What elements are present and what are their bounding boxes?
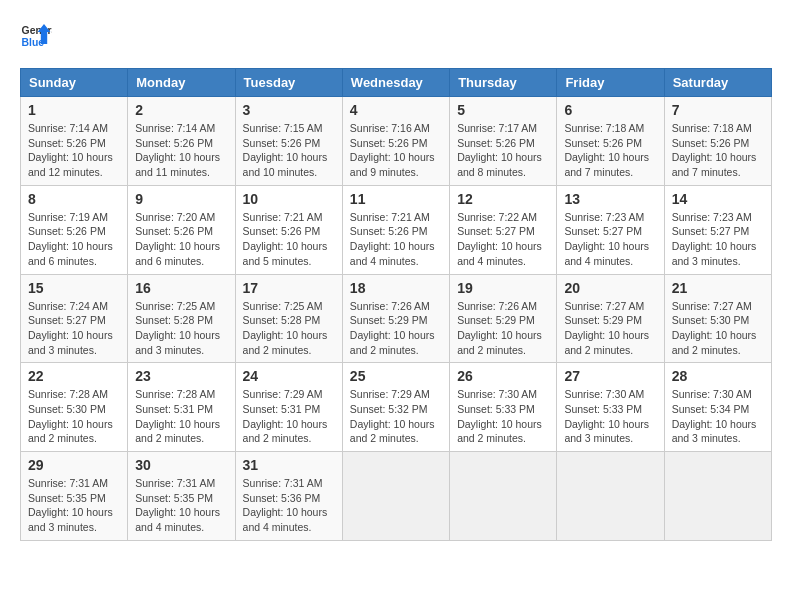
day-info: Sunrise: 7:18 AMSunset: 5:26 PMDaylight:…	[564, 121, 656, 180]
day-info: Sunrise: 7:28 AMSunset: 5:30 PMDaylight:…	[28, 387, 120, 446]
day-number: 4	[350, 102, 442, 118]
day-info: Sunrise: 7:16 AMSunset: 5:26 PMDaylight:…	[350, 121, 442, 180]
calendar-cell: 25Sunrise: 7:29 AMSunset: 5:32 PMDayligh…	[342, 363, 449, 452]
day-number: 10	[243, 191, 335, 207]
calendar-cell: 30Sunrise: 7:31 AMSunset: 5:35 PMDayligh…	[128, 452, 235, 541]
calendar-cell: 21Sunrise: 7:27 AMSunset: 5:30 PMDayligh…	[664, 274, 771, 363]
calendar-cell: 1Sunrise: 7:14 AMSunset: 5:26 PMDaylight…	[21, 97, 128, 186]
header-row: SundayMondayTuesdayWednesdayThursdayFrid…	[21, 69, 772, 97]
day-info: Sunrise: 7:23 AMSunset: 5:27 PMDaylight:…	[564, 210, 656, 269]
calendar-cell: 18Sunrise: 7:26 AMSunset: 5:29 PMDayligh…	[342, 274, 449, 363]
day-number: 9	[135, 191, 227, 207]
calendar-cell: 17Sunrise: 7:25 AMSunset: 5:28 PMDayligh…	[235, 274, 342, 363]
header-day-monday: Monday	[128, 69, 235, 97]
day-number: 23	[135, 368, 227, 384]
calendar-cell: 31Sunrise: 7:31 AMSunset: 5:36 PMDayligh…	[235, 452, 342, 541]
day-number: 1	[28, 102, 120, 118]
calendar-cell: 28Sunrise: 7:30 AMSunset: 5:34 PMDayligh…	[664, 363, 771, 452]
calendar-header: SundayMondayTuesdayWednesdayThursdayFrid…	[21, 69, 772, 97]
calendar-cell: 4Sunrise: 7:16 AMSunset: 5:26 PMDaylight…	[342, 97, 449, 186]
calendar-body: 1Sunrise: 7:14 AMSunset: 5:26 PMDaylight…	[21, 97, 772, 541]
day-info: Sunrise: 7:26 AMSunset: 5:29 PMDaylight:…	[350, 299, 442, 358]
calendar-cell: 11Sunrise: 7:21 AMSunset: 5:26 PMDayligh…	[342, 185, 449, 274]
day-number: 25	[350, 368, 442, 384]
day-number: 16	[135, 280, 227, 296]
calendar-cell: 6Sunrise: 7:18 AMSunset: 5:26 PMDaylight…	[557, 97, 664, 186]
calendar-cell: 23Sunrise: 7:28 AMSunset: 5:31 PMDayligh…	[128, 363, 235, 452]
day-info: Sunrise: 7:24 AMSunset: 5:27 PMDaylight:…	[28, 299, 120, 358]
calendar-cell: 5Sunrise: 7:17 AMSunset: 5:26 PMDaylight…	[450, 97, 557, 186]
day-info: Sunrise: 7:31 AMSunset: 5:35 PMDaylight:…	[135, 476, 227, 535]
calendar-cell: 10Sunrise: 7:21 AMSunset: 5:26 PMDayligh…	[235, 185, 342, 274]
calendar-cell: 2Sunrise: 7:14 AMSunset: 5:26 PMDaylight…	[128, 97, 235, 186]
day-info: Sunrise: 7:25 AMSunset: 5:28 PMDaylight:…	[243, 299, 335, 358]
day-number: 27	[564, 368, 656, 384]
calendar-cell	[664, 452, 771, 541]
day-info: Sunrise: 7:17 AMSunset: 5:26 PMDaylight:…	[457, 121, 549, 180]
day-number: 28	[672, 368, 764, 384]
day-number: 5	[457, 102, 549, 118]
day-info: Sunrise: 7:29 AMSunset: 5:32 PMDaylight:…	[350, 387, 442, 446]
day-number: 22	[28, 368, 120, 384]
calendar-cell: 15Sunrise: 7:24 AMSunset: 5:27 PMDayligh…	[21, 274, 128, 363]
day-info: Sunrise: 7:15 AMSunset: 5:26 PMDaylight:…	[243, 121, 335, 180]
day-number: 6	[564, 102, 656, 118]
calendar-cell: 27Sunrise: 7:30 AMSunset: 5:33 PMDayligh…	[557, 363, 664, 452]
calendar-cell: 9Sunrise: 7:20 AMSunset: 5:26 PMDaylight…	[128, 185, 235, 274]
calendar-cell	[342, 452, 449, 541]
logo: General Blue	[20, 20, 52, 52]
day-info: Sunrise: 7:27 AMSunset: 5:29 PMDaylight:…	[564, 299, 656, 358]
day-number: 21	[672, 280, 764, 296]
day-number: 15	[28, 280, 120, 296]
header-day-thursday: Thursday	[450, 69, 557, 97]
day-info: Sunrise: 7:31 AMSunset: 5:36 PMDaylight:…	[243, 476, 335, 535]
calendar-cell: 20Sunrise: 7:27 AMSunset: 5:29 PMDayligh…	[557, 274, 664, 363]
header-day-tuesday: Tuesday	[235, 69, 342, 97]
day-number: 2	[135, 102, 227, 118]
day-info: Sunrise: 7:20 AMSunset: 5:26 PMDaylight:…	[135, 210, 227, 269]
day-number: 7	[672, 102, 764, 118]
day-number: 20	[564, 280, 656, 296]
week-row-3: 15Sunrise: 7:24 AMSunset: 5:27 PMDayligh…	[21, 274, 772, 363]
day-number: 31	[243, 457, 335, 473]
calendar-cell: 26Sunrise: 7:30 AMSunset: 5:33 PMDayligh…	[450, 363, 557, 452]
calendar-cell: 3Sunrise: 7:15 AMSunset: 5:26 PMDaylight…	[235, 97, 342, 186]
calendar-cell: 13Sunrise: 7:23 AMSunset: 5:27 PMDayligh…	[557, 185, 664, 274]
logo-icon: General Blue	[20, 20, 52, 52]
day-number: 3	[243, 102, 335, 118]
header-day-saturday: Saturday	[664, 69, 771, 97]
calendar-cell: 19Sunrise: 7:26 AMSunset: 5:29 PMDayligh…	[450, 274, 557, 363]
day-number: 11	[350, 191, 442, 207]
calendar-cell: 12Sunrise: 7:22 AMSunset: 5:27 PMDayligh…	[450, 185, 557, 274]
day-info: Sunrise: 7:30 AMSunset: 5:33 PMDaylight:…	[457, 387, 549, 446]
day-number: 8	[28, 191, 120, 207]
header-day-wednesday: Wednesday	[342, 69, 449, 97]
calendar-cell: 29Sunrise: 7:31 AMSunset: 5:35 PMDayligh…	[21, 452, 128, 541]
calendar-cell: 8Sunrise: 7:19 AMSunset: 5:26 PMDaylight…	[21, 185, 128, 274]
week-row-1: 1Sunrise: 7:14 AMSunset: 5:26 PMDaylight…	[21, 97, 772, 186]
day-number: 19	[457, 280, 549, 296]
calendar-cell: 14Sunrise: 7:23 AMSunset: 5:27 PMDayligh…	[664, 185, 771, 274]
day-info: Sunrise: 7:14 AMSunset: 5:26 PMDaylight:…	[28, 121, 120, 180]
week-row-4: 22Sunrise: 7:28 AMSunset: 5:30 PMDayligh…	[21, 363, 772, 452]
header-day-sunday: Sunday	[21, 69, 128, 97]
week-row-5: 29Sunrise: 7:31 AMSunset: 5:35 PMDayligh…	[21, 452, 772, 541]
day-info: Sunrise: 7:27 AMSunset: 5:30 PMDaylight:…	[672, 299, 764, 358]
day-info: Sunrise: 7:14 AMSunset: 5:26 PMDaylight:…	[135, 121, 227, 180]
day-info: Sunrise: 7:28 AMSunset: 5:31 PMDaylight:…	[135, 387, 227, 446]
day-number: 30	[135, 457, 227, 473]
day-number: 17	[243, 280, 335, 296]
day-info: Sunrise: 7:30 AMSunset: 5:34 PMDaylight:…	[672, 387, 764, 446]
day-info: Sunrise: 7:26 AMSunset: 5:29 PMDaylight:…	[457, 299, 549, 358]
day-number: 14	[672, 191, 764, 207]
week-row-2: 8Sunrise: 7:19 AMSunset: 5:26 PMDaylight…	[21, 185, 772, 274]
header-day-friday: Friday	[557, 69, 664, 97]
day-info: Sunrise: 7:21 AMSunset: 5:26 PMDaylight:…	[243, 210, 335, 269]
day-info: Sunrise: 7:22 AMSunset: 5:27 PMDaylight:…	[457, 210, 549, 269]
day-info: Sunrise: 7:31 AMSunset: 5:35 PMDaylight:…	[28, 476, 120, 535]
calendar-cell: 16Sunrise: 7:25 AMSunset: 5:28 PMDayligh…	[128, 274, 235, 363]
day-info: Sunrise: 7:21 AMSunset: 5:26 PMDaylight:…	[350, 210, 442, 269]
day-info: Sunrise: 7:30 AMSunset: 5:33 PMDaylight:…	[564, 387, 656, 446]
calendar-table: SundayMondayTuesdayWednesdayThursdayFrid…	[20, 68, 772, 541]
day-info: Sunrise: 7:19 AMSunset: 5:26 PMDaylight:…	[28, 210, 120, 269]
